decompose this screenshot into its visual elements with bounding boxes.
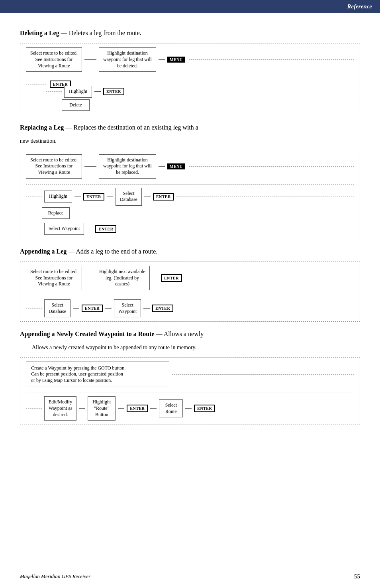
section-appending-a-leg: Appending a Leg — Adds a leg to the end … [20,247,360,322]
desc-appending-new: Allows a newly [164,330,204,337]
diagram-replacing-1: Select route to be edited.See Instructio… [20,150,360,239]
appending-box2: Highlight next availableleg. (Indicated … [95,266,150,290]
replacing-desc2: new destination. [20,138,360,144]
heading-text-appending-new: Appending a Newly Created Waypoint to a … [20,330,155,337]
em-dash-appending: — [68,248,76,255]
section-appending-new-waypoint: Appending a Newly Created Waypoint to a … [20,330,360,425]
replacing-replace-box: Replace [42,207,70,219]
appending-box1-text: Select route to be edited.See Instructio… [30,269,78,287]
diagram-replacing-row1: Select route to be edited.See Instructio… [26,154,354,179]
deleting-box2: Highlight destinationwaypoint for leg th… [99,47,156,72]
appending-new-box1: Create a Waypoint by pressing the GOTO b… [26,362,169,387]
enter-button-replacing-2: ENTER [153,193,174,201]
footer-left-text: Magellan Meridian GPS Receiver [20,573,90,580]
deleting-box1: Select route to be edited.See Instructio… [26,47,82,72]
heading-text-deleting: Deleting a Leg [20,29,59,36]
enter-button-replacing-3: ENTER [95,225,116,233]
enter-button-appending-new-1: ENTER [127,405,148,412]
enter-button-replacing-1: ENTER [83,193,104,201]
appending-new-edit-text: Edit/ModifyWaypoint asdesired. [49,399,72,417]
section-replacing-a-leg: Replacing a Leg — Replaces the destinati… [20,123,360,239]
appending-box2-text: Highlight next availableleg. (Indicated … [99,269,145,287]
em-dash-appending-new: — [156,330,164,337]
deleting-highlight-box: Highlight [64,86,92,98]
appending-new-highlight-box: Highlight"Route"Button [88,396,116,421]
appending-new-box1-text: Create a Waypoint by pressing the GOTO b… [31,365,125,383]
appending-select-wp-text: SelectWaypoint [118,302,137,314]
appending-new-select-route-box: SelectRoute [159,399,183,417]
enter-button-appending-new-2: ENTER [194,405,215,412]
deleting-box1-text: Select route to be edited.See Instructio… [30,50,78,68]
desc-appending: Adds a leg to the end of a route. [76,248,158,255]
replacing-box2-text: Highlight destinationwaypoint for leg th… [103,157,152,175]
section-heading-replacing: Replacing a Leg — Replaces the destinati… [20,123,360,132]
replacing-highlight-text: Highlight [49,193,67,199]
section-heading-appending-new: Appending a Newly Created Waypoint to a … [20,330,360,338]
deleting-delete-text: Delete [69,102,82,108]
replacing-box1-text: Select route to be edited.See Instructio… [30,157,78,175]
diagram-appending-new-1: Create a Waypoint by pressing the GOTO b… [20,357,360,425]
section-deleting-a-leg: Deleting a Leg — Deletes a leg from the … [20,29,360,115]
replacing-select-wp-box: Select Waypoint [44,223,84,235]
enter-button-deleting: ENTER [103,88,124,95]
enter-button-appending-2: ENTER [152,305,173,312]
replacing-select-db-box: SelectDatabase [116,188,142,206]
header-bar: Reference [0,0,380,13]
desc-replacing: Replaces the destination of an existing … [73,124,198,131]
diagram-deleting-row1: Select route to be edited.See Instructio… [26,47,354,72]
deleting-highlight-text: Highlight [69,88,87,94]
appending-select-db-text: SelectDatabase [49,302,66,314]
appending-select-db-box: SelectDatabase [44,299,71,317]
replacing-select-db-text: SelectDatabase [120,191,137,203]
appending-new-edit-box: Edit/ModifyWaypoint asdesired. [44,396,76,421]
diagram-replacing-replace: Replace [42,207,354,219]
deleting-delete-box: Delete [62,99,90,111]
enter-button-appending-1: ENTER [82,305,103,312]
desc-deleting: Deletes a leg from the route. [69,29,141,36]
header-title: Reference [347,3,372,10]
appending-box1: Select route to be edited.See Instructio… [26,266,82,290]
diagram-appending-row2: SelectDatabase ENTER SelectWaypoint ENTE… [26,296,354,317]
page-footer: Magellan Meridian GPS Receiver 55 [0,573,380,580]
deleting-box2-text: Highlight destinationwaypoint for leg th… [103,50,152,68]
replacing-box2: Highlight destinationwaypoint for leg th… [99,154,156,179]
section-heading-deleting: Deleting a Leg — Deletes a leg from the … [20,29,360,37]
footer-page-number: 55 [354,573,360,580]
em-dash-replacing: — [65,124,73,131]
section-heading-appending: Appending a Leg — Adds a leg to the end … [20,247,360,256]
diagram-appending-row1: Select route to be edited.See Instructio… [26,266,354,290]
diagram-deleting-1: Select route to be edited.See Instructio… [20,43,360,115]
menu-button-deleting: MENU [167,57,185,63]
enter-button-appending-top: ENTER [161,274,182,282]
replacing-select-wp-text: Select Waypoint [49,226,80,231]
replacing-highlight-box: Highlight [44,191,72,203]
menu-button-replacing: MENU [167,163,185,169]
appending-new-select-route-text: SelectRoute [165,402,177,414]
diagram-replacing-row2: Highlight ENTER SelectDatabase ENTER [26,184,354,206]
appending-new-subdesc: Allows a newly created waypoint to be ap… [32,344,360,351]
heading-text-replacing: Replacing a Leg [20,124,64,131]
diagram-appending-new-row2: Edit/ModifyWaypoint asdesired. Highlight… [26,393,354,421]
replacing-box1: Select route to be edited.See Instructio… [26,154,82,179]
replacing-replace-text: Replace [48,210,64,216]
diagram-replacing-row3: Select Waypoint ENTER [26,223,354,235]
diagram-appending-new-row1: Create a Waypoint by pressing the GOTO b… [26,362,354,387]
page-content: Deleting a Leg — Deletes a leg from the … [0,13,380,456]
diagram-appending-1: Select route to be edited.See Instructio… [20,262,360,322]
appending-new-highlight-text: Highlight"Route"Button [92,399,111,417]
appending-select-wp-box: SelectWaypoint [114,299,141,317]
em-dash-deleting: — [61,29,69,36]
heading-text-appending: Appending a Leg [20,248,67,255]
